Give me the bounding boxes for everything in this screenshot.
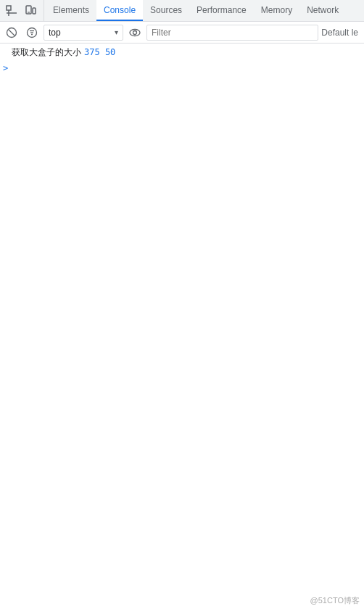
svg-point-12 [130,29,140,36]
tab-sources[interactable]: Sources [143,0,189,21]
watermark: @51CTO博客 [310,595,360,606]
svg-rect-0 [7,6,11,10]
filter-toggle-button[interactable] [23,24,41,41]
tab-elements[interactable]: Elements [46,0,96,21]
console-toolbar: top ▾ Default le [0,22,364,44]
console-log-line: 获取大盒子的大小 375 50 [0,45,364,60]
tab-console[interactable]: Console [96,0,143,21]
clear-console-button[interactable] [3,24,20,41]
console-log-numbers: 375 50 [84,46,115,59]
console-prompt-line[interactable]: > [0,60,364,76]
eye-button[interactable] [126,24,144,41]
tab-performance[interactable]: Performance [189,0,254,21]
console-log-text: 获取大盒子的大小 [12,46,81,59]
tab-memory[interactable]: Memory [254,0,299,21]
svg-point-13 [133,30,137,34]
svg-rect-4 [33,8,36,14]
default-levels-label: Default le [321,28,361,38]
prompt-arrow-icon: > [3,62,8,75]
chevron-down-icon: ▾ [115,28,118,36]
filter-input[interactable] [146,25,318,41]
device-icon[interactable] [22,2,39,20]
console-output: 获取大盒子的大小 375 50 > [0,44,364,596]
inspect-icon[interactable] [3,2,20,20]
svg-line-7 [9,29,15,36]
tab-network[interactable]: Network [299,0,346,21]
context-selector[interactable]: top ▾ [44,25,123,41]
devtools-icons [3,0,44,21]
tab-bar: Elements Console Sources Performance Mem… [0,0,364,22]
